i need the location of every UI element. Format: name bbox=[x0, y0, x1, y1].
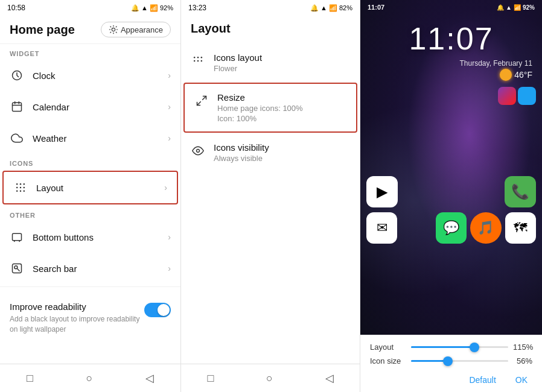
clock-chevron: › bbox=[168, 71, 171, 80]
clock-label: Clock bbox=[33, 71, 159, 81]
icons-visibility-sub: Always visible bbox=[214, 154, 350, 163]
icon-size-slider-track[interactable] bbox=[411, 360, 508, 362]
middle-panel: 13:23 🔔 ▲ 📶 82% Layout Icons layout Flow… bbox=[181, 0, 360, 392]
icons-layout-icon bbox=[191, 54, 205, 68]
svg-point-29 bbox=[197, 150, 200, 153]
icon-size-slider-label: Icon size bbox=[370, 356, 406, 365]
left-status-icons: 🔔 ▲ 📶 92% bbox=[131, 4, 173, 12]
middle-nav-triangle-icon[interactable]: ◁ bbox=[325, 371, 334, 385]
icon-size-slider-thumb bbox=[443, 356, 453, 366]
bottom-app-row: ✉ 💬 🎵 🗺 bbox=[366, 212, 536, 244]
svg-line-27 bbox=[203, 96, 206, 100]
weather-widget: 46°F bbox=[500, 68, 532, 81]
bottom-buttons-label: Bottom buttons bbox=[33, 232, 159, 242]
layout-slider-track[interactable] bbox=[411, 346, 508, 348]
resize-item[interactable]: Resize Home page icons: 100% Icon: 100% bbox=[183, 83, 357, 133]
nav-circle-icon[interactable]: ○ bbox=[86, 372, 93, 385]
app-gmail[interactable]: ✉ bbox=[366, 212, 397, 244]
app-phone[interactable]: 📞 bbox=[505, 176, 536, 207]
appearance-icon bbox=[109, 25, 118, 34]
middle-nav-circle-icon[interactable]: ○ bbox=[266, 372, 273, 385]
svg-point-9 bbox=[16, 187, 18, 189]
calendar-chevron: › bbox=[168, 102, 171, 112]
middle-battery-icon: 82% bbox=[339, 4, 352, 11]
svg-point-8 bbox=[24, 183, 25, 185]
svg-point-25 bbox=[197, 60, 199, 62]
icons-visibility-icon bbox=[191, 144, 205, 158]
ok-button[interactable]: OK bbox=[511, 373, 532, 387]
svg-point-6 bbox=[16, 183, 18, 185]
app-twitter-small[interactable] bbox=[518, 87, 536, 105]
svg-point-13 bbox=[20, 191, 22, 192]
icons-visibility-item[interactable]: Icons visibility Always visible bbox=[181, 134, 360, 171]
svg-rect-15 bbox=[13, 233, 22, 241]
layout-title: Layout bbox=[191, 22, 231, 35]
resize-sub1: Home page icons: 100% bbox=[217, 104, 346, 113]
left-status-bar: 10:58 🔔 ▲ 📶 92% bbox=[0, 0, 180, 16]
icons-layout-item[interactable]: Icons layout Flower bbox=[181, 44, 360, 81]
icon-size-slider-fill bbox=[411, 360, 448, 362]
clock-menu-item[interactable]: Clock › bbox=[0, 60, 180, 91]
divider bbox=[0, 286, 180, 287]
search-bar-label: Search bar bbox=[33, 264, 159, 274]
app-whatsapp[interactable]: 💬 bbox=[436, 212, 467, 244]
layout-label: Layout bbox=[36, 183, 156, 193]
layout-slider-row: Layout 115% bbox=[370, 343, 532, 352]
readability-toggle[interactable] bbox=[144, 303, 171, 317]
toggle-text: Improve readability Add a black layout t… bbox=[10, 302, 144, 335]
app-instagram-small[interactable] bbox=[498, 87, 516, 105]
nav-triangle-icon[interactable]: ◁ bbox=[145, 371, 154, 385]
bottom-buttons-menu-item[interactable]: Bottom buttons › bbox=[0, 221, 180, 253]
weather-icon bbox=[10, 131, 24, 145]
left-nav-bar: □ ○ ◁ bbox=[0, 364, 180, 392]
appearance-button[interactable]: Appearance bbox=[101, 22, 171, 37]
layout-icon bbox=[13, 180, 28, 195]
layout-slider-value: 115% bbox=[513, 343, 532, 352]
phone-date-display: Thursday, February 11 bbox=[460, 59, 533, 68]
appearance-label: Appearance bbox=[121, 25, 163, 34]
svg-point-0 bbox=[112, 28, 115, 31]
bottom-slider-panel: Layout 115% Icon size 56% Default OK bbox=[360, 335, 542, 392]
middle-time: 13:23 bbox=[188, 4, 206, 12]
bottom-buttons-icon bbox=[10, 230, 24, 244]
search-bar-chevron: › bbox=[168, 264, 171, 273]
default-button[interactable]: Default bbox=[464, 373, 500, 387]
calendar-icon bbox=[10, 100, 24, 114]
weather-label: Weather bbox=[33, 133, 159, 144]
middle-status-bar: 13:23 🔔 ▲ 📶 82% bbox=[181, 0, 360, 16]
svg-point-22 bbox=[197, 57, 199, 58]
left-time: 10:58 bbox=[7, 4, 25, 12]
search-bar-menu-item[interactable]: Search bar › bbox=[0, 253, 180, 284]
clock-icon bbox=[10, 68, 24, 83]
main-app-row: ▶ 📞 bbox=[366, 176, 536, 207]
app-maps[interactable]: 🗺 bbox=[505, 212, 536, 244]
phone-wifi-icon: ▲ bbox=[506, 4, 512, 11]
app-orange[interactable]: 🎵 bbox=[470, 212, 501, 244]
other-section-label: OTHER bbox=[0, 206, 180, 221]
nav-square-icon[interactable]: □ bbox=[27, 372, 33, 385]
middle-nav-bar: □ ○ ◁ bbox=[181, 364, 360, 392]
icons-layout-sub: Flower bbox=[214, 64, 350, 73]
small-app-grid bbox=[498, 87, 536, 105]
app-playstore[interactable]: ▶ bbox=[366, 176, 398, 207]
toggle-row: Improve readability Add a black layout t… bbox=[10, 302, 171, 335]
layout-slider-thumb bbox=[470, 343, 479, 352]
layout-slider-fill bbox=[411, 346, 474, 348]
svg-line-28 bbox=[197, 102, 201, 106]
middle-header: Layout bbox=[181, 16, 360, 44]
icons-section-label: ICONS bbox=[0, 154, 180, 169]
calendar-label: Calendar bbox=[33, 102, 159, 112]
svg-point-11 bbox=[24, 187, 25, 189]
svg-point-7 bbox=[20, 183, 22, 185]
calendar-menu-item[interactable]: Calendar › bbox=[0, 91, 180, 122]
weather-temp: 46°F bbox=[514, 70, 532, 80]
layout-menu-item[interactable]: Layout › bbox=[2, 171, 178, 204]
resize-icon bbox=[194, 93, 209, 108]
svg-point-21 bbox=[194, 57, 196, 58]
toggle-desc: Add a black layout to improve readabilit… bbox=[10, 314, 144, 335]
weather-menu-item[interactable]: Weather › bbox=[0, 122, 180, 154]
home-page-title: Home page bbox=[10, 23, 75, 37]
middle-status-icons: 🔔 ▲ 📶 82% bbox=[310, 4, 352, 12]
phone-status-bar: 11:07 🔔 ▲ 📶 92% bbox=[360, 0, 542, 14]
middle-nav-square-icon[interactable]: □ bbox=[207, 372, 214, 385]
